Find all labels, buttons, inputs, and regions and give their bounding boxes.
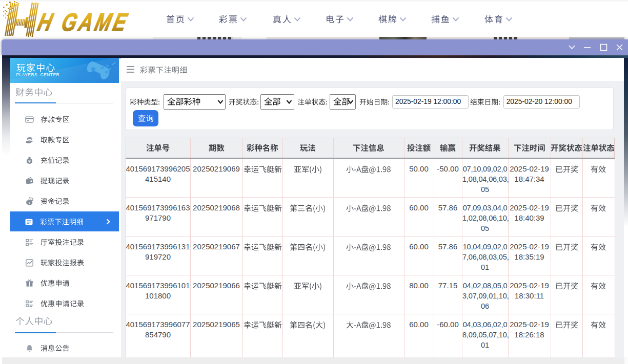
svg-text:H GAME: H GAME xyxy=(35,8,132,36)
